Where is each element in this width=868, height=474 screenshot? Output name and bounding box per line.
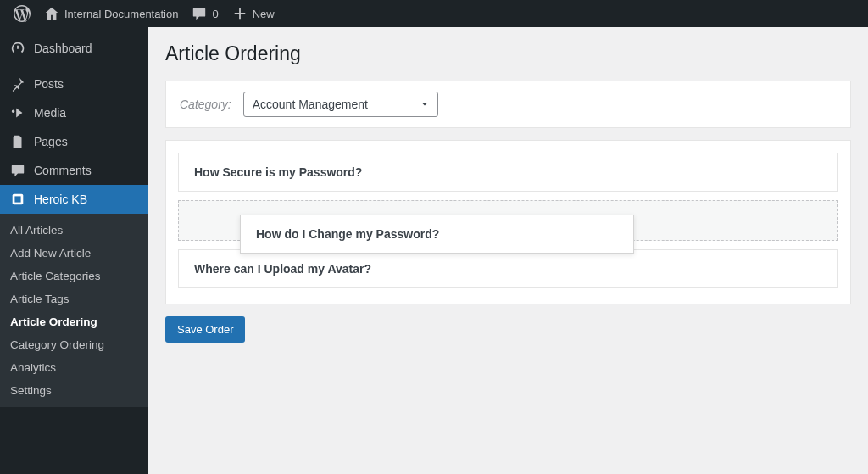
category-select[interactable]: Account Management — [243, 92, 438, 117]
admin-sidebar: Dashboard Posts Media Pages Comments Her… — [0, 27, 148, 474]
category-selected-value: Account Management — [253, 98, 368, 111]
sidebar-item-dashboard[interactable]: Dashboard — [0, 34, 148, 63]
save-order-button[interactable]: Save Order — [165, 316, 245, 343]
wordpress-icon — [14, 5, 31, 22]
dashboard-icon — [10, 41, 25, 56]
comment-icon — [10, 163, 25, 178]
submenu-all-articles[interactable]: All Articles — [0, 219, 148, 242]
pages-icon — [10, 134, 25, 149]
comments-link[interactable]: 0 — [185, 0, 225, 27]
submenu-article-categories[interactable]: Article Categories — [0, 265, 148, 287]
media-icon — [10, 105, 25, 120]
category-filter-panel: Category: Account Management — [165, 81, 851, 128]
category-label: Category: — [180, 98, 231, 111]
sidebar-label: Pages — [34, 135, 68, 148]
page-title: Article Ordering — [165, 42, 851, 65]
comments-count: 0 — [212, 8, 218, 20]
sidebar-label: Posts — [34, 77, 64, 91]
sidebar-item-heroic-kb[interactable]: Heroic KB — [0, 185, 148, 214]
sidebar-label: Heroic KB — [34, 192, 87, 206]
article-row-dragging[interactable]: How do I Change my Password? — [240, 215, 634, 254]
sidebar-item-comments[interactable]: Comments — [0, 156, 148, 185]
comment-icon — [192, 6, 207, 21]
site-title: Internal Documentation — [64, 8, 178, 20]
sidebar-label: Comments — [34, 164, 92, 177]
admin-bar: Internal Documentation 0 New — [0, 0, 868, 27]
sidebar-label: Dashboard — [34, 42, 92, 55]
site-home-link[interactable]: Internal Documentation — [37, 0, 185, 27]
svg-rect-1 — [14, 196, 20, 202]
new-content-link[interactable]: New — [225, 0, 281, 27]
submenu-analytics[interactable]: Analytics — [0, 356, 148, 379]
submenu-category-ordering[interactable]: Category Ordering — [0, 333, 148, 356]
sortable-articles-panel: How Secure is my Password? How do I Chan… — [165, 140, 851, 304]
sidebar-item-pages[interactable]: Pages — [0, 127, 148, 156]
article-row[interactable]: Where can I Upload my Avatar? — [178, 249, 838, 288]
submenu-add-new-article[interactable]: Add New Article — [0, 242, 148, 265]
wp-logo[interactable] — [7, 0, 37, 27]
drag-placeholder: How do I Change my Password? — [178, 200, 838, 241]
kb-icon — [10, 192, 25, 207]
pin-icon — [10, 76, 25, 92]
chevron-down-icon — [419, 98, 431, 110]
plus-icon — [232, 6, 248, 21]
article-row[interactable]: How Secure is my Password? — [178, 153, 838, 192]
sidebar-label: Media — [34, 106, 66, 120]
home-icon — [44, 6, 59, 21]
sidebar-item-posts[interactable]: Posts — [0, 70, 148, 98]
submenu-settings[interactable]: Settings — [0, 379, 148, 402]
submenu-article-tags[interactable]: Article Tags — [0, 287, 148, 310]
heroic-kb-submenu: All Articles Add New Article Article Cat… — [0, 214, 148, 407]
sidebar-item-media[interactable]: Media — [0, 98, 148, 127]
new-label: New — [253, 8, 275, 20]
submenu-article-ordering[interactable]: Article Ordering — [0, 310, 148, 333]
main-content: Article Ordering Category: Account Manag… — [148, 27, 868, 474]
